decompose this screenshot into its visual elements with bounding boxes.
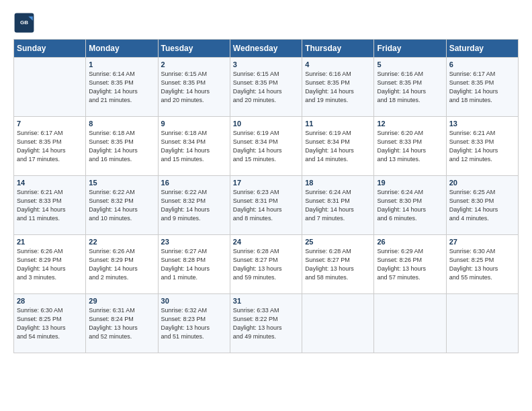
calendar-cell (374, 294, 446, 353)
calendar-week-row: 28Sunrise: 6:30 AM Sunset: 8:25 PM Dayli… (14, 294, 519, 353)
calendar-cell: 18Sunrise: 6:24 AM Sunset: 8:31 PM Dayli… (302, 176, 374, 235)
weekday-header: Tuesday (158, 40, 230, 58)
day-number: 18 (305, 179, 371, 187)
day-number: 1 (89, 60, 154, 68)
weekday-header: Monday (86, 40, 158, 58)
day-info: Sunrise: 6:33 AM Sunset: 8:22 PM Dayligh… (233, 306, 299, 341)
calendar-cell: 19Sunrise: 6:24 AM Sunset: 8:30 PM Dayli… (374, 176, 446, 235)
calendar-cell: 2Sunrise: 6:15 AM Sunset: 8:35 PM Daylig… (158, 58, 230, 117)
day-info: Sunrise: 6:21 AM Sunset: 8:33 PM Dayligh… (17, 188, 83, 223)
calendar-week-row: 7Sunrise: 6:17 AM Sunset: 8:35 PM Daylig… (14, 117, 519, 176)
day-number: 23 (161, 238, 227, 246)
calendar-cell: 20Sunrise: 6:25 AM Sunset: 8:30 PM Dayli… (446, 176, 518, 235)
day-info: Sunrise: 6:23 AM Sunset: 8:31 PM Dayligh… (233, 188, 299, 223)
day-number: 25 (305, 238, 371, 246)
calendar-table: SundayMondayTuesdayWednesdayThursdayFrid… (13, 39, 519, 353)
day-number: 11 (305, 120, 371, 128)
day-number: 5 (377, 60, 443, 68)
day-info: Sunrise: 6:19 AM Sunset: 8:34 PM Dayligh… (233, 129, 299, 164)
day-number: 17 (233, 179, 299, 187)
day-info: Sunrise: 6:30 AM Sunset: 8:25 PM Dayligh… (17, 306, 83, 341)
day-number: 27 (449, 238, 515, 246)
day-info: Sunrise: 6:14 AM Sunset: 8:35 PM Dayligh… (89, 70, 154, 105)
day-number: 13 (449, 120, 515, 128)
day-number: 12 (377, 120, 443, 128)
weekday-header: Wednesday (230, 40, 302, 58)
header-area: GB (13, 12, 519, 34)
calendar-cell: 16Sunrise: 6:22 AM Sunset: 8:32 PM Dayli… (158, 176, 230, 235)
day-info: Sunrise: 6:16 AM Sunset: 8:35 PM Dayligh… (305, 70, 371, 105)
day-info: Sunrise: 6:26 AM Sunset: 8:29 PM Dayligh… (89, 247, 154, 282)
calendar-cell: 12Sunrise: 6:20 AM Sunset: 8:33 PM Dayli… (374, 117, 446, 176)
calendar-cell: 25Sunrise: 6:28 AM Sunset: 8:27 PM Dayli… (302, 235, 374, 294)
calendar-cell: 31Sunrise: 6:33 AM Sunset: 8:22 PM Dayli… (230, 294, 302, 353)
day-info: Sunrise: 6:20 AM Sunset: 8:33 PM Dayligh… (377, 129, 443, 164)
day-number: 26 (377, 238, 443, 246)
weekday-header: Sunday (14, 40, 86, 58)
calendar-cell: 15Sunrise: 6:22 AM Sunset: 8:32 PM Dayli… (86, 176, 158, 235)
day-number: 8 (89, 120, 154, 128)
main-container: GB SundayMondayTuesdayWednesdayThursdayF… (0, 0, 532, 360)
calendar-cell: 30Sunrise: 6:32 AM Sunset: 8:23 PM Dayli… (158, 294, 230, 353)
day-info: Sunrise: 6:25 AM Sunset: 8:30 PM Dayligh… (449, 188, 515, 223)
calendar-cell (446, 294, 518, 353)
weekday-header: Friday (374, 40, 446, 58)
day-number: 29 (89, 297, 154, 305)
calendar-cell: 28Sunrise: 6:30 AM Sunset: 8:25 PM Dayli… (14, 294, 86, 353)
calendar-cell: 22Sunrise: 6:26 AM Sunset: 8:29 PM Dayli… (86, 235, 158, 294)
calendar-cell (14, 58, 86, 117)
day-number: 31 (233, 297, 299, 305)
calendar-cell: 1Sunrise: 6:14 AM Sunset: 8:35 PM Daylig… (86, 58, 158, 117)
calendar-body: 1Sunrise: 6:14 AM Sunset: 8:35 PM Daylig… (14, 58, 519, 353)
calendar-cell: 11Sunrise: 6:19 AM Sunset: 8:34 PM Dayli… (302, 117, 374, 176)
calendar-cell (302, 294, 374, 353)
day-info: Sunrise: 6:15 AM Sunset: 8:35 PM Dayligh… (233, 70, 299, 105)
calendar-cell: 13Sunrise: 6:21 AM Sunset: 8:33 PM Dayli… (446, 117, 518, 176)
weekday-header: Thursday (302, 40, 374, 58)
calendar-header: SundayMondayTuesdayWednesdayThursdayFrid… (14, 40, 519, 58)
day-number: 6 (449, 60, 515, 68)
logo-icon: GB (13, 12, 35, 34)
header-row: SundayMondayTuesdayWednesdayThursdayFrid… (14, 40, 519, 58)
day-number: 10 (233, 120, 299, 128)
calendar-cell: 17Sunrise: 6:23 AM Sunset: 8:31 PM Dayli… (230, 176, 302, 235)
day-number: 2 (161, 60, 227, 68)
day-number: 15 (89, 179, 154, 187)
calendar-cell: 24Sunrise: 6:28 AM Sunset: 8:27 PM Dayli… (230, 235, 302, 294)
calendar-cell: 9Sunrise: 6:18 AM Sunset: 8:34 PM Daylig… (158, 117, 230, 176)
day-info: Sunrise: 6:32 AM Sunset: 8:23 PM Dayligh… (161, 306, 227, 341)
day-number: 30 (161, 297, 227, 305)
day-info: Sunrise: 6:18 AM Sunset: 8:34 PM Dayligh… (161, 129, 227, 164)
calendar-cell: 3Sunrise: 6:15 AM Sunset: 8:35 PM Daylig… (230, 58, 302, 117)
day-info: Sunrise: 6:29 AM Sunset: 8:26 PM Dayligh… (377, 247, 443, 282)
day-number: 24 (233, 238, 299, 246)
calendar-cell: 23Sunrise: 6:27 AM Sunset: 8:28 PM Dayli… (158, 235, 230, 294)
calendar-cell: 4Sunrise: 6:16 AM Sunset: 8:35 PM Daylig… (302, 58, 374, 117)
calendar-cell: 14Sunrise: 6:21 AM Sunset: 8:33 PM Dayli… (14, 176, 86, 235)
day-number: 3 (233, 60, 299, 68)
day-number: 9 (161, 120, 227, 128)
day-info: Sunrise: 6:27 AM Sunset: 8:28 PM Dayligh… (161, 247, 227, 282)
day-info: Sunrise: 6:19 AM Sunset: 8:34 PM Dayligh… (305, 129, 371, 164)
day-number: 21 (17, 238, 83, 246)
calendar-cell: 6Sunrise: 6:17 AM Sunset: 8:35 PM Daylig… (446, 58, 518, 117)
calendar-cell: 21Sunrise: 6:26 AM Sunset: 8:29 PM Dayli… (14, 235, 86, 294)
calendar-cell: 7Sunrise: 6:17 AM Sunset: 8:35 PM Daylig… (14, 117, 86, 176)
day-info: Sunrise: 6:22 AM Sunset: 8:32 PM Dayligh… (89, 188, 154, 223)
calendar-cell: 26Sunrise: 6:29 AM Sunset: 8:26 PM Dayli… (374, 235, 446, 294)
day-info: Sunrise: 6:24 AM Sunset: 8:31 PM Dayligh… (305, 188, 371, 223)
day-number: 28 (17, 297, 83, 305)
weekday-header: Saturday (446, 40, 518, 58)
day-info: Sunrise: 6:24 AM Sunset: 8:30 PM Dayligh… (377, 188, 443, 223)
day-info: Sunrise: 6:15 AM Sunset: 8:35 PM Dayligh… (161, 70, 227, 105)
day-info: Sunrise: 6:17 AM Sunset: 8:35 PM Dayligh… (17, 129, 83, 164)
day-number: 14 (17, 179, 83, 187)
day-number: 4 (305, 60, 371, 68)
day-number: 20 (449, 179, 515, 187)
day-info: Sunrise: 6:30 AM Sunset: 8:25 PM Dayligh… (449, 247, 515, 282)
calendar-week-row: 21Sunrise: 6:26 AM Sunset: 8:29 PM Dayli… (14, 235, 519, 294)
day-info: Sunrise: 6:26 AM Sunset: 8:29 PM Dayligh… (17, 247, 83, 282)
day-info: Sunrise: 6:17 AM Sunset: 8:35 PM Dayligh… (449, 70, 515, 105)
day-info: Sunrise: 6:28 AM Sunset: 8:27 PM Dayligh… (233, 247, 299, 282)
day-info: Sunrise: 6:31 AM Sunset: 8:24 PM Dayligh… (89, 306, 154, 341)
